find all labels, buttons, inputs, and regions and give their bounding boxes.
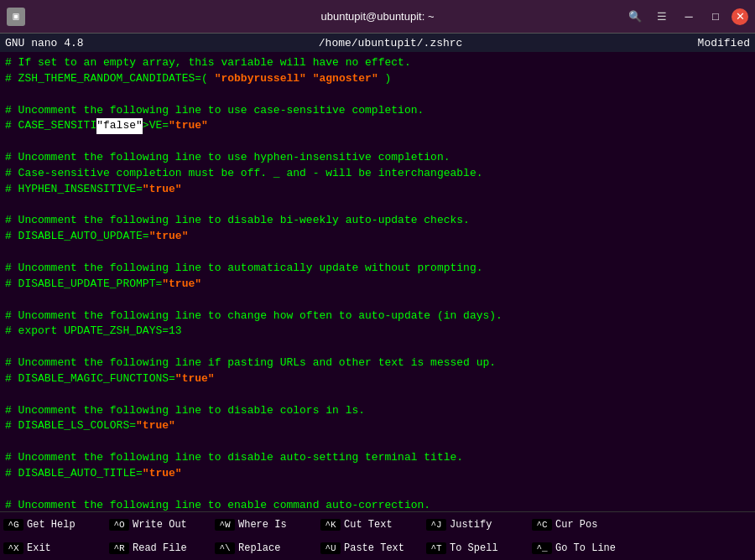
editor-line bbox=[5, 387, 750, 403]
string-value: "true" bbox=[169, 119, 208, 132]
shortcut-item: ^_Go To Line bbox=[532, 542, 633, 554]
shortcut-item: ^\Replace bbox=[215, 542, 315, 554]
editor-line: # export UPDATE_ZSH_DAYS=13 bbox=[5, 324, 750, 340]
shortcut-item: ^KCut Text bbox=[320, 519, 421, 531]
editor-line: # DISABLE_AUTO_UPDATE="true" bbox=[5, 229, 750, 245]
shortcut-item: ^JJustify bbox=[426, 519, 527, 531]
shortcut-item: ^OWrite Out bbox=[109, 519, 210, 531]
editor-line: # DISABLE_AUTO_TITLE="true" bbox=[5, 466, 750, 482]
comment-text: # CASE_SENSITI"false">V bbox=[5, 119, 155, 132]
editor-line bbox=[5, 482, 750, 498]
editor-line: # CASE_SENSITI"false">VE="true" bbox=[5, 118, 750, 134]
editor-line bbox=[5, 134, 750, 150]
shortcut-item: ^WWhere Is bbox=[215, 519, 315, 531]
editor-line bbox=[5, 434, 750, 450]
comment-text: # ZSH_THEME_RANDOM_CANDIDATES=( "robbyru… bbox=[5, 72, 391, 85]
shortcut-key: ^U bbox=[320, 542, 341, 554]
editor-line: # Uncomment the following line to use hy… bbox=[5, 150, 750, 166]
shortcut-item: ^UPaste Text bbox=[320, 542, 421, 554]
comment-text: # Uncomment the following line to disabl… bbox=[5, 404, 365, 417]
shortcut-label: Go To Line bbox=[555, 542, 616, 554]
shortcut-label: Where Is bbox=[238, 519, 287, 531]
comment-text: # Uncomment the following line to change… bbox=[5, 309, 502, 322]
shortcut-key: ^T bbox=[426, 542, 446, 554]
editor-line: # Case-sensitive completion must be off.… bbox=[5, 166, 750, 182]
string-value: "agnoster" bbox=[313, 72, 378, 85]
string-value: "true" bbox=[162, 277, 201, 290]
comment-text: # DISABLE_LS_COLORS="true" bbox=[5, 419, 175, 432]
shortcut-item: ^GGet Help bbox=[3, 519, 104, 531]
comment-text: # Uncomment the following line if pastin… bbox=[5, 356, 496, 369]
maximize-button[interactable]: □ bbox=[705, 6, 726, 28]
comment-text: # HYPHEN_INSENSITIVE="true" bbox=[5, 183, 182, 195]
comment-text: # DISABLE_AUTO_UPDATE="true" bbox=[5, 230, 188, 242]
string-value: "true" bbox=[136, 419, 175, 432]
shortcut-key: ^O bbox=[109, 519, 129, 531]
nano-filename: /home/ubuntupit/.zshrc bbox=[84, 37, 698, 49]
editor-line: # DISABLE_MAGIC_FUNCTIONS="true" bbox=[5, 371, 750, 387]
comment-text: # DISABLE_UPDATE_PROMPT="true" bbox=[5, 277, 201, 290]
shortcut-key: ^\ bbox=[215, 542, 235, 554]
string-value: "true" bbox=[143, 183, 182, 195]
comment-text: # If set to an empty array, this variabl… bbox=[5, 56, 411, 69]
editor-line bbox=[5, 340, 750, 355]
editor-area[interactable]: # If set to an empty array, this variabl… bbox=[0, 52, 755, 511]
shortcut-label: Exit bbox=[27, 542, 51, 554]
editor-line: # HYPHEN_INSENSITIVE="true" bbox=[5, 182, 750, 198]
shortcut-label: Cut Text bbox=[344, 519, 393, 531]
editor-line: # Uncomment the following line to enable… bbox=[5, 498, 750, 511]
menu-button[interactable]: ☰ bbox=[651, 6, 673, 28]
editor-line: # DISABLE_UPDATE_PROMPT="true" bbox=[5, 277, 750, 293]
close-button[interactable]: ✕ bbox=[732, 8, 748, 25]
shortcut-label: Write Out bbox=[133, 519, 187, 531]
shortcuts-row-2: ^XExit^RRead File^\Replace^UPaste Text^T… bbox=[3, 537, 752, 560]
shortcut-key: ^R bbox=[109, 542, 129, 554]
title-bar: ▣ ubuntupit@ubuntupit: ~ 🔍 ☰ ─ □ ✕ bbox=[0, 0, 755, 34]
comment-text: # Case-sensitive completion must be off.… bbox=[5, 167, 483, 179]
shortcut-label: Paste Text bbox=[344, 542, 404, 554]
shortcut-key: ^J bbox=[426, 519, 446, 531]
shortcut-key: ^G bbox=[3, 519, 23, 531]
shortcut-label: Cur Pos bbox=[555, 519, 597, 531]
string-value: "true" bbox=[143, 467, 182, 480]
comment-text: # Uncomment the following line to use ca… bbox=[5, 104, 424, 117]
shortcut-item: ^CCur Pos bbox=[532, 519, 633, 531]
terminal-icon: ▣ bbox=[7, 8, 25, 26]
string-value: "true" bbox=[149, 230, 189, 242]
shortcut-label: Replace bbox=[238, 542, 280, 554]
nano-header: GNU nano 4.8 /home/ubuntupit/.zshrc Modi… bbox=[0, 34, 755, 52]
shortcut-item: ^TTo Spell bbox=[426, 542, 527, 554]
comment-text: # Uncomment the following line to automa… bbox=[5, 262, 483, 274]
title-bar-controls: 🔍 ☰ ─ □ ✕ bbox=[624, 6, 748, 28]
title-bar-title: ubuntupit@ubuntupit: ~ bbox=[321, 10, 435, 23]
editor-line: # Uncomment the following line to disabl… bbox=[5, 450, 750, 466]
comment-text: # Uncomment the following line to disabl… bbox=[5, 451, 463, 464]
comment-text: # Uncomment the following line to use hy… bbox=[5, 151, 450, 163]
editor-line bbox=[5, 293, 750, 309]
editor-line: # Uncomment the following line to use ca… bbox=[5, 103, 750, 119]
shortcut-item: ^RRead File bbox=[109, 542, 210, 554]
editor-line bbox=[5, 245, 750, 261]
shortcut-label: Read File bbox=[133, 542, 187, 554]
minimize-button[interactable]: ─ bbox=[678, 6, 700, 28]
shortcuts-bar: ^GGet Help^OWrite Out^WWhere Is^KCut Tex… bbox=[0, 511, 755, 560]
search-button[interactable]: 🔍 bbox=[624, 6, 646, 28]
shortcut-label: Get Help bbox=[27, 519, 76, 531]
text-cursor: "false" bbox=[96, 118, 143, 134]
shortcut-key: ^C bbox=[532, 519, 552, 531]
editor-line bbox=[5, 87, 750, 103]
string-value: "robbyrussell" bbox=[215, 72, 306, 85]
editor-line: # DISABLE_LS_COLORS="true" bbox=[5, 418, 750, 434]
comment-text: # DISABLE_MAGIC_FUNCTIONS="true" bbox=[5, 372, 215, 385]
editor-line: # Uncomment the following line to automa… bbox=[5, 261, 750, 277]
editor-line: # If set to an empty array, this variabl… bbox=[5, 55, 750, 71]
editor-line: # Uncomment the following line to disabl… bbox=[5, 403, 750, 419]
title-bar-left: ▣ bbox=[7, 8, 25, 26]
string-value: "true" bbox=[175, 372, 215, 385]
comment-text: # Uncomment the following line to enable… bbox=[5, 499, 430, 511]
shortcut-label: To Spell bbox=[450, 542, 498, 554]
shortcut-label: Justify bbox=[450, 519, 492, 531]
shortcut-key: ^_ bbox=[532, 542, 552, 554]
comment-text: # Uncomment the following line to disabl… bbox=[5, 214, 470, 226]
editor-line: # Uncomment the following line to change… bbox=[5, 309, 750, 324]
